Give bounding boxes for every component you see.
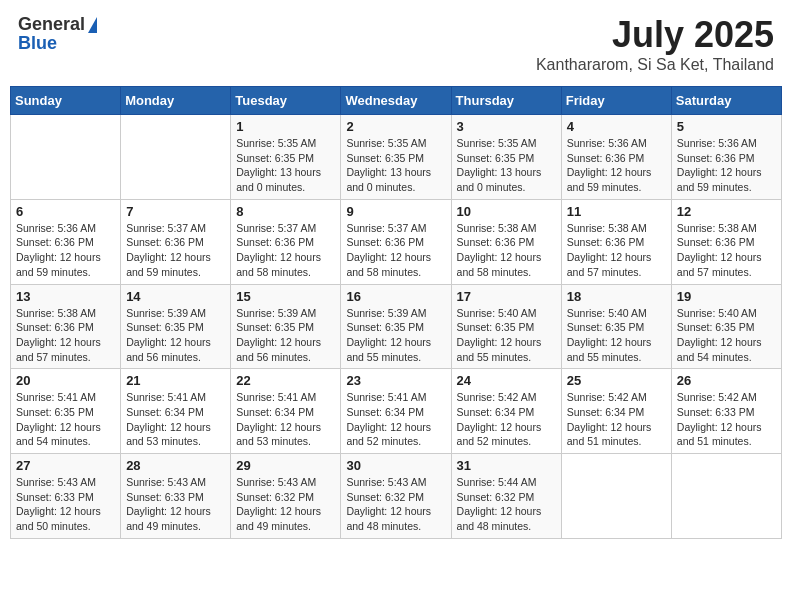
day-number: 6 (16, 204, 115, 219)
day-info: Sunrise: 5:36 AMSunset: 6:36 PMDaylight:… (677, 136, 776, 195)
day-info: Sunrise: 5:41 AMSunset: 6:34 PMDaylight:… (346, 390, 445, 449)
page-title: July 2025 (536, 14, 774, 56)
day-number: 31 (457, 458, 556, 473)
day-of-week-header: Saturday (671, 87, 781, 115)
day-info: Sunrise: 5:38 AMSunset: 6:36 PMDaylight:… (677, 221, 776, 280)
calendar-day-cell: 29Sunrise: 5:43 AMSunset: 6:32 PMDayligh… (231, 454, 341, 539)
day-number: 18 (567, 289, 666, 304)
day-info: Sunrise: 5:38 AMSunset: 6:36 PMDaylight:… (567, 221, 666, 280)
day-info: Sunrise: 5:42 AMSunset: 6:34 PMDaylight:… (567, 390, 666, 449)
day-info: Sunrise: 5:43 AMSunset: 6:32 PMDaylight:… (236, 475, 335, 534)
calendar-day-cell: 14Sunrise: 5:39 AMSunset: 6:35 PMDayligh… (121, 284, 231, 369)
calendar-table: SundayMondayTuesdayWednesdayThursdayFrid… (10, 86, 782, 539)
day-number: 11 (567, 204, 666, 219)
day-number: 10 (457, 204, 556, 219)
day-number: 15 (236, 289, 335, 304)
calendar-week-row: 20Sunrise: 5:41 AMSunset: 6:35 PMDayligh… (11, 369, 782, 454)
calendar-day-cell: 30Sunrise: 5:43 AMSunset: 6:32 PMDayligh… (341, 454, 451, 539)
day-of-week-header: Friday (561, 87, 671, 115)
calendar-week-row: 13Sunrise: 5:38 AMSunset: 6:36 PMDayligh… (11, 284, 782, 369)
day-number: 5 (677, 119, 776, 134)
day-number: 9 (346, 204, 445, 219)
calendar-day-cell (121, 115, 231, 200)
day-number: 17 (457, 289, 556, 304)
day-number: 2 (346, 119, 445, 134)
day-info: Sunrise: 5:43 AMSunset: 6:32 PMDaylight:… (346, 475, 445, 534)
calendar-day-cell: 17Sunrise: 5:40 AMSunset: 6:35 PMDayligh… (451, 284, 561, 369)
calendar-day-cell: 26Sunrise: 5:42 AMSunset: 6:33 PMDayligh… (671, 369, 781, 454)
day-info: Sunrise: 5:39 AMSunset: 6:35 PMDaylight:… (346, 306, 445, 365)
calendar-day-cell: 25Sunrise: 5:42 AMSunset: 6:34 PMDayligh… (561, 369, 671, 454)
calendar-day-cell: 27Sunrise: 5:43 AMSunset: 6:33 PMDayligh… (11, 454, 121, 539)
day-number: 27 (16, 458, 115, 473)
day-number: 21 (126, 373, 225, 388)
calendar-day-cell: 23Sunrise: 5:41 AMSunset: 6:34 PMDayligh… (341, 369, 451, 454)
day-number: 8 (236, 204, 335, 219)
day-info: Sunrise: 5:42 AMSunset: 6:34 PMDaylight:… (457, 390, 556, 449)
day-of-week-header: Sunday (11, 87, 121, 115)
day-of-week-header: Monday (121, 87, 231, 115)
calendar-day-cell: 15Sunrise: 5:39 AMSunset: 6:35 PMDayligh… (231, 284, 341, 369)
calendar-week-row: 1Sunrise: 5:35 AMSunset: 6:35 PMDaylight… (11, 115, 782, 200)
logo: General Blue (18, 14, 97, 54)
calendar-day-cell: 10Sunrise: 5:38 AMSunset: 6:36 PMDayligh… (451, 199, 561, 284)
calendar-day-cell: 31Sunrise: 5:44 AMSunset: 6:32 PMDayligh… (451, 454, 561, 539)
day-number: 12 (677, 204, 776, 219)
day-number: 13 (16, 289, 115, 304)
day-info: Sunrise: 5:43 AMSunset: 6:33 PMDaylight:… (16, 475, 115, 534)
day-info: Sunrise: 5:35 AMSunset: 6:35 PMDaylight:… (457, 136, 556, 195)
day-info: Sunrise: 5:37 AMSunset: 6:36 PMDaylight:… (236, 221, 335, 280)
calendar-day-cell (561, 454, 671, 539)
calendar-day-cell: 12Sunrise: 5:38 AMSunset: 6:36 PMDayligh… (671, 199, 781, 284)
calendar-day-cell: 19Sunrise: 5:40 AMSunset: 6:35 PMDayligh… (671, 284, 781, 369)
day-info: Sunrise: 5:42 AMSunset: 6:33 PMDaylight:… (677, 390, 776, 449)
calendar-day-cell: 11Sunrise: 5:38 AMSunset: 6:36 PMDayligh… (561, 199, 671, 284)
page-subtitle: Kanthararom, Si Sa Ket, Thailand (536, 56, 774, 74)
calendar-day-cell: 1Sunrise: 5:35 AMSunset: 6:35 PMDaylight… (231, 115, 341, 200)
day-info: Sunrise: 5:43 AMSunset: 6:33 PMDaylight:… (126, 475, 225, 534)
calendar-day-cell: 4Sunrise: 5:36 AMSunset: 6:36 PMDaylight… (561, 115, 671, 200)
day-of-week-header: Tuesday (231, 87, 341, 115)
calendar-day-cell: 21Sunrise: 5:41 AMSunset: 6:34 PMDayligh… (121, 369, 231, 454)
day-number: 26 (677, 373, 776, 388)
calendar-day-cell (11, 115, 121, 200)
calendar-day-cell (671, 454, 781, 539)
day-number: 3 (457, 119, 556, 134)
calendar-day-cell: 3Sunrise: 5:35 AMSunset: 6:35 PMDaylight… (451, 115, 561, 200)
day-number: 1 (236, 119, 335, 134)
calendar-day-cell: 22Sunrise: 5:41 AMSunset: 6:34 PMDayligh… (231, 369, 341, 454)
day-info: Sunrise: 5:36 AMSunset: 6:36 PMDaylight:… (16, 221, 115, 280)
day-number: 28 (126, 458, 225, 473)
calendar-day-cell: 8Sunrise: 5:37 AMSunset: 6:36 PMDaylight… (231, 199, 341, 284)
day-number: 14 (126, 289, 225, 304)
calendar-day-cell: 6Sunrise: 5:36 AMSunset: 6:36 PMDaylight… (11, 199, 121, 284)
day-info: Sunrise: 5:41 AMSunset: 6:34 PMDaylight:… (236, 390, 335, 449)
page-header: General Blue July 2025 Kanthararom, Si S… (10, 10, 782, 78)
logo-blue-text: Blue (18, 33, 57, 54)
logo-icon (88, 17, 97, 33)
day-of-week-header: Wednesday (341, 87, 451, 115)
calendar-day-cell: 13Sunrise: 5:38 AMSunset: 6:36 PMDayligh… (11, 284, 121, 369)
day-number: 7 (126, 204, 225, 219)
day-number: 24 (457, 373, 556, 388)
calendar-header-row: SundayMondayTuesdayWednesdayThursdayFrid… (11, 87, 782, 115)
day-number: 23 (346, 373, 445, 388)
day-info: Sunrise: 5:41 AMSunset: 6:35 PMDaylight:… (16, 390, 115, 449)
calendar-day-cell: 20Sunrise: 5:41 AMSunset: 6:35 PMDayligh… (11, 369, 121, 454)
calendar-day-cell: 5Sunrise: 5:36 AMSunset: 6:36 PMDaylight… (671, 115, 781, 200)
day-number: 25 (567, 373, 666, 388)
day-info: Sunrise: 5:41 AMSunset: 6:34 PMDaylight:… (126, 390, 225, 449)
calendar-day-cell: 9Sunrise: 5:37 AMSunset: 6:36 PMDaylight… (341, 199, 451, 284)
day-info: Sunrise: 5:35 AMSunset: 6:35 PMDaylight:… (346, 136, 445, 195)
day-number: 20 (16, 373, 115, 388)
day-info: Sunrise: 5:39 AMSunset: 6:35 PMDaylight:… (236, 306, 335, 365)
day-number: 29 (236, 458, 335, 473)
day-number: 4 (567, 119, 666, 134)
day-info: Sunrise: 5:38 AMSunset: 6:36 PMDaylight:… (457, 221, 556, 280)
calendar-week-row: 27Sunrise: 5:43 AMSunset: 6:33 PMDayligh… (11, 454, 782, 539)
day-number: 16 (346, 289, 445, 304)
logo-general-text: General (18, 14, 85, 35)
day-info: Sunrise: 5:35 AMSunset: 6:35 PMDaylight:… (236, 136, 335, 195)
day-info: Sunrise: 5:40 AMSunset: 6:35 PMDaylight:… (457, 306, 556, 365)
day-info: Sunrise: 5:37 AMSunset: 6:36 PMDaylight:… (126, 221, 225, 280)
